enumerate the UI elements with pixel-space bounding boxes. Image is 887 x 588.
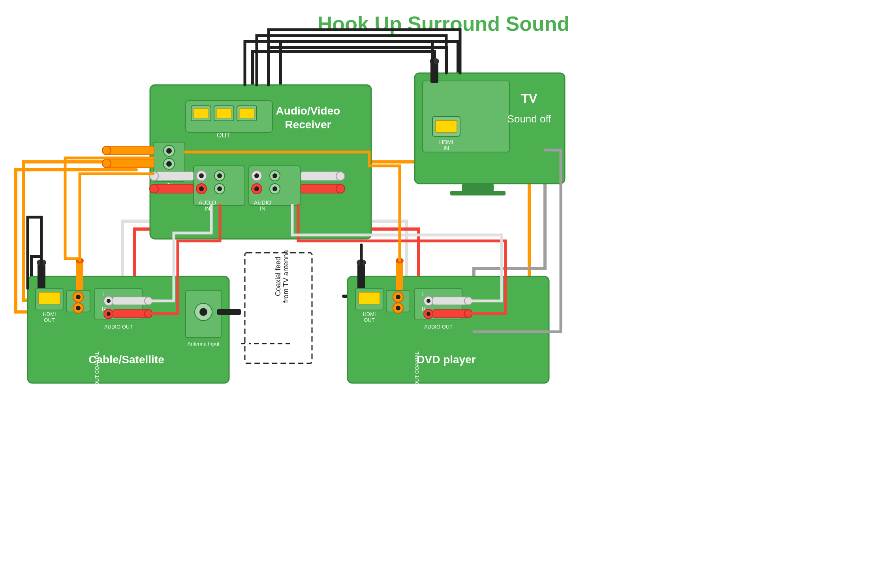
dvd-hdmi-out-label2: OUT: [364, 317, 375, 323]
cable-audio-out-label: AUDIO OUT: [104, 324, 133, 330]
dvd-audio-out-label: AUDIO OUT: [424, 324, 453, 330]
svg-point-34: [150, 184, 158, 193]
svg-point-72: [199, 308, 207, 316]
tv-label: TV: [521, 91, 538, 105]
svg-point-26: [254, 186, 259, 191]
svg-rect-5: [216, 109, 231, 118]
svg-rect-66: [113, 297, 148, 305]
receiver-out-label: OUT: [217, 132, 230, 139]
svg-point-42: [102, 159, 111, 168]
dvd-hdmi-out-label: HDMI: [363, 311, 376, 317]
svg-point-82: [396, 306, 400, 310]
svg-point-24: [254, 173, 259, 178]
svg-rect-44: [462, 184, 494, 192]
svg-point-89: [427, 312, 430, 316]
svg-point-30: [272, 186, 277, 191]
svg-point-12: [166, 161, 172, 167]
svg-rect-37: [301, 184, 340, 193]
svg-rect-41: [107, 159, 154, 168]
svg-rect-68: [113, 310, 148, 317]
svg-point-63: [107, 299, 111, 303]
svg-point-19: [217, 173, 222, 178]
antenna-label2: from TV antenna: [282, 250, 290, 303]
tv-hdmi-in-label: HDMI: [439, 139, 453, 145]
dvd-player-label: DVD player: [417, 353, 475, 366]
cable-hdmi-out-label: HDMI: [43, 311, 56, 317]
svg-point-80: [396, 295, 400, 299]
svg-rect-90: [433, 297, 468, 305]
svg-point-21: [217, 186, 222, 191]
svg-point-10: [166, 148, 172, 154]
svg-point-38: [336, 184, 345, 193]
svg-rect-83: [396, 261, 403, 290]
tv-sound-off-label: Sound off: [507, 113, 552, 125]
svg-point-36: [336, 172, 345, 180]
cable-audio-l-label: L: [102, 291, 105, 297]
dvd-digital-out-label: DIGITAL OUT COAXIAL: [414, 351, 420, 407]
svg-rect-7: [239, 109, 254, 118]
receiver-audio-in2-label2: IN: [260, 205, 265, 212]
receiver-audio-in2-label: AUDIO: [254, 199, 271, 206]
svg-rect-92: [433, 310, 468, 317]
svg-point-65: [107, 312, 111, 316]
svg-point-58: [76, 306, 81, 310]
svg-rect-3: [194, 109, 209, 118]
receiver-label: Audio/Video: [276, 105, 340, 117]
cable-digital-out-label: DIGITAL OUT COAXIAL: [94, 351, 100, 407]
svg-point-40: [102, 146, 111, 155]
cable-antenna-label: Antenna Input: [188, 341, 220, 347]
cable-satellite-label: Cable/Satellite: [88, 353, 164, 366]
svg-rect-39: [107, 146, 154, 155]
svg-point-17: [199, 186, 204, 191]
receiver-audio-in1-label: AUDIO: [199, 199, 216, 206]
dvd-audio-l-label: L: [422, 291, 425, 297]
svg-point-15: [199, 173, 204, 178]
svg-rect-47: [436, 120, 457, 132]
cable-hdmi-out-label2: OUT: [44, 317, 55, 323]
svg-rect-75: [359, 292, 380, 304]
svg-rect-35: [301, 172, 340, 180]
svg-rect-73: [217, 309, 241, 315]
tv-hdmi-in-label2: IN: [444, 145, 449, 151]
svg-point-56: [76, 295, 81, 299]
svg-point-87: [427, 299, 430, 303]
antenna-label: Coaxial feed: [274, 257, 282, 296]
receiver-audio-in1-label2: IN: [205, 205, 210, 212]
svg-rect-45: [450, 191, 506, 195]
svg-rect-31: [154, 172, 194, 180]
svg-rect-33: [154, 184, 194, 193]
svg-point-28: [272, 173, 277, 178]
svg-rect-59: [76, 261, 83, 290]
receiver-sublabel: Receiver: [285, 118, 331, 131]
svg-rect-51: [39, 292, 60, 304]
